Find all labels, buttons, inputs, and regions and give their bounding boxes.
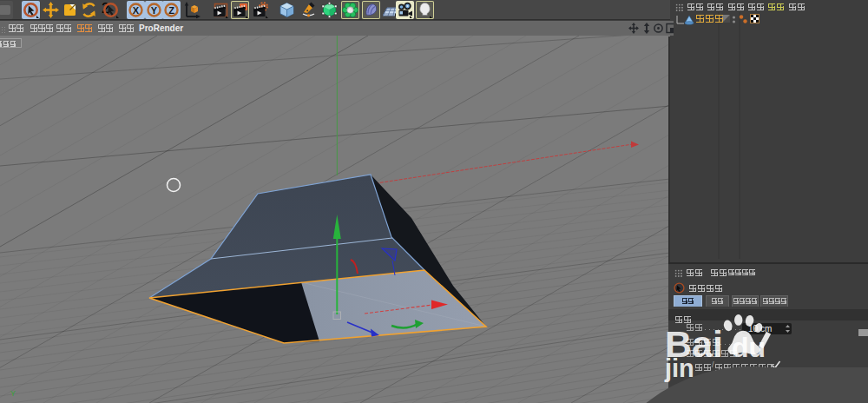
svg-text:Y: Y [10,389,16,398]
svg-text:X: X [133,5,140,16]
svg-text:Y: Y [151,5,158,16]
svg-text:Z: Z [168,5,174,16]
